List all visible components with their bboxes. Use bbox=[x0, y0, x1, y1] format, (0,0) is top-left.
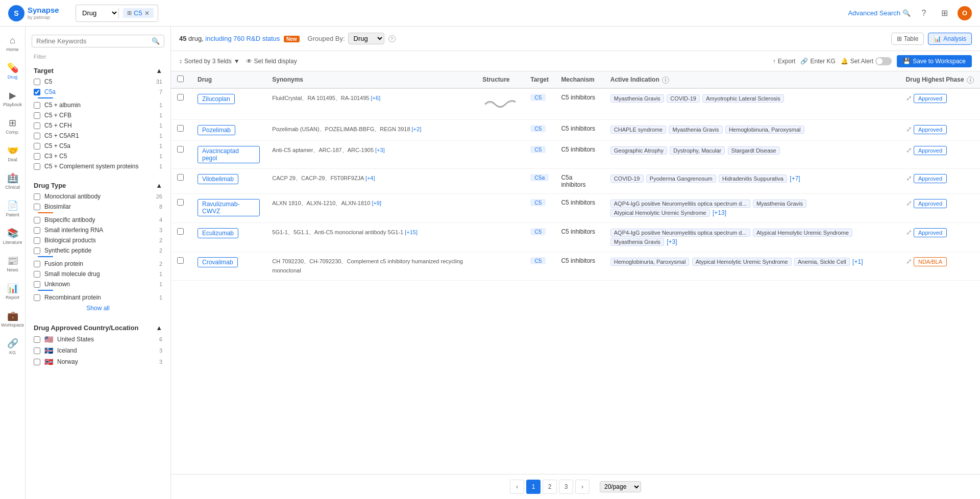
filter-drug-synthetic-checkbox[interactable] bbox=[34, 247, 40, 254]
sidebar-item-drug[interactable]: 💊 Drug bbox=[3, 58, 23, 84]
drug-link-avacincaptad[interactable]: Avacincaptad pegol bbox=[198, 146, 260, 163]
show-all-drug-types[interactable]: Show all bbox=[26, 303, 170, 314]
prev-page-button[interactable]: ‹ bbox=[510, 480, 524, 494]
sidebar-item-home[interactable]: ⌂ Home bbox=[3, 31, 23, 56]
filter-drug-type-header[interactable]: Drug Type ▲ bbox=[26, 180, 170, 191]
row-select-crovalimab[interactable] bbox=[177, 257, 184, 264]
sidebar-item-patent[interactable]: 📄 Patent bbox=[3, 196, 23, 221]
drug-link-ravulizumab[interactable]: Ravulizumab-CWVZ bbox=[198, 199, 260, 216]
filter-search-box[interactable]: 🔍 bbox=[32, 35, 164, 47]
filter-target-c5-comp-checkbox[interactable] bbox=[34, 163, 40, 170]
alert-toggle[interactable] bbox=[875, 57, 892, 65]
select-all-checkbox[interactable] bbox=[177, 76, 184, 82]
row-select-zilucoplan[interactable] bbox=[177, 94, 184, 101]
sidebar-item-clinical[interactable]: 🏥 Clinical bbox=[3, 168, 23, 194]
filter-drug-recombinant[interactable]: Recombinant protein 1 bbox=[26, 292, 170, 303]
field-display-button[interactable]: 👁 Set field display bbox=[246, 58, 297, 65]
filter-target-c5-cfh-checkbox[interactable] bbox=[34, 122, 40, 129]
indications-more-vilobelimab[interactable]: [+7] bbox=[790, 175, 800, 182]
search-type-selector[interactable]: Drug Target Disease ⊞ C5 ✕ bbox=[76, 5, 158, 22]
drug-link-crovalimab[interactable]: Crovalimab bbox=[198, 257, 238, 267]
filter-country-norway-checkbox[interactable] bbox=[34, 359, 40, 365]
filter-target-c5a[interactable]: C5a 7 bbox=[26, 87, 170, 97]
filter-drug-bispecific[interactable]: Bispecific antibody 4 bbox=[26, 215, 170, 225]
filter-country-header[interactable]: Drug Approved Country/Location ▲ bbox=[26, 322, 170, 334]
tag-close-button[interactable]: ✕ bbox=[144, 10, 150, 17]
sidebar-item-workspace[interactable]: 💼 Workspace bbox=[3, 306, 23, 332]
sidebar-item-playbook[interactable]: ▶ Playbook bbox=[3, 86, 23, 111]
indications-more-crovalimab[interactable]: [+1] bbox=[852, 258, 863, 265]
filter-target-c5-albumin[interactable]: C5 + albumin 1 bbox=[26, 100, 170, 110]
help-icon[interactable]: ? bbox=[917, 6, 931, 20]
search-type-dropdown[interactable]: Drug Target Disease bbox=[76, 9, 118, 17]
export-button[interactable]: ↑ Export bbox=[773, 58, 796, 65]
next-page-button[interactable]: › bbox=[575, 480, 590, 494]
expand-icon-zilucoplan[interactable]: ⤢ bbox=[906, 94, 912, 102]
expand-icon-eculizumab[interactable]: ⤢ bbox=[906, 228, 912, 236]
indication-info-icon[interactable]: i bbox=[662, 77, 669, 84]
set-alert-button[interactable]: 🔔 Set Alert bbox=[841, 57, 892, 65]
page-button-2[interactable]: 2 bbox=[543, 480, 557, 494]
page-button-3[interactable]: 3 bbox=[559, 480, 573, 494]
advanced-search-link[interactable]: Advanced Search 🔍 bbox=[848, 9, 911, 17]
filter-target-c5[interactable]: C5 31 bbox=[26, 77, 170, 87]
sidebar-item-kg[interactable]: 🔗 KG bbox=[3, 334, 23, 359]
filter-country-iceland-checkbox[interactable] bbox=[34, 347, 40, 354]
filter-drug-biosimilar[interactable]: Biosimilar 8 bbox=[26, 202, 170, 212]
synonyms-more-zilucoplan[interactable]: [+6] bbox=[371, 95, 381, 101]
search-tag-c5[interactable]: ⊞ C5 ✕ bbox=[123, 8, 154, 18]
expand-icon-crovalimab[interactable]: ⤢ bbox=[906, 257, 912, 265]
synonyms-more-vilobelimab[interactable]: [+4] bbox=[365, 175, 375, 181]
filter-target-c5-cfh[interactable]: C5 + CFH 1 bbox=[26, 120, 170, 131]
group-by-info-icon[interactable]: ? bbox=[388, 35, 396, 42]
filter-country-norway[interactable]: 🇳🇴 Norway 3 bbox=[26, 356, 170, 367]
page-button-1[interactable]: 1 bbox=[526, 480, 541, 494]
filter-drug-biological-checkbox[interactable] bbox=[34, 237, 40, 244]
enter-kg-button[interactable]: 🔗 Enter KG bbox=[800, 58, 835, 65]
filter-target-c3-c5[interactable]: C3 + C5 1 bbox=[26, 151, 170, 161]
save-workspace-button[interactable]: 💾 Save to Workspace bbox=[897, 55, 972, 67]
indications-more-ravulizumab[interactable]: [+13] bbox=[713, 209, 726, 216]
filter-drug-fusion[interactable]: Fusion protein 2 bbox=[26, 259, 170, 269]
filter-drug-small-mol[interactable]: Small molecule drug 1 bbox=[26, 269, 170, 279]
filter-target-c5-cfb-checkbox[interactable] bbox=[34, 112, 40, 119]
filter-target-c3-c5-checkbox[interactable] bbox=[34, 153, 40, 160]
filter-target-c5-c5ar1-checkbox[interactable] bbox=[34, 133, 40, 139]
synonyms-more-ravulizumab[interactable]: [+9] bbox=[372, 200, 381, 206]
drug-link-eculizumab[interactable]: Eculizumab bbox=[198, 228, 238, 238]
filter-target-c5-cfb[interactable]: C5 + CFB 1 bbox=[26, 110, 170, 120]
filter-target-c5-c5a[interactable]: C5 + C5a 1 bbox=[26, 141, 170, 151]
drug-link-pozelimab[interactable]: Pozelimab bbox=[198, 125, 235, 135]
filter-target-c5-c5ar1[interactable]: C5 + C5AR1 1 bbox=[26, 131, 170, 141]
group-by-select[interactable]: Drug Target bbox=[348, 33, 384, 44]
table-view-button[interactable]: ⊞ Table bbox=[891, 33, 924, 45]
row-select-vilobelimab[interactable] bbox=[177, 174, 184, 181]
filter-drug-sirna-checkbox[interactable] bbox=[34, 227, 40, 234]
filter-target-c5a-checkbox[interactable] bbox=[34, 89, 40, 95]
row-select-ravulizumab[interactable] bbox=[177, 199, 184, 206]
page-size-select[interactable]: 20/page 50/page 100/page bbox=[600, 481, 641, 492]
phase-info-icon[interactable]: i bbox=[967, 77, 974, 84]
filter-drug-recombinant-checkbox[interactable] bbox=[34, 294, 40, 301]
filter-drug-fusion-checkbox[interactable] bbox=[34, 261, 40, 267]
sidebar-item-report[interactable]: 📊 Report bbox=[3, 279, 23, 304]
filter-target-c5-c5a-checkbox[interactable] bbox=[34, 143, 40, 149]
drug-link-vilobelimab[interactable]: Vilobelimab bbox=[198, 174, 238, 184]
row-select-pozelimab[interactable] bbox=[177, 125, 184, 132]
row-select-avacincaptad[interactable] bbox=[177, 146, 184, 153]
expand-icon-pozelimab[interactable]: ⤢ bbox=[906, 125, 912, 133]
filter-target-c5-albumin-checkbox[interactable] bbox=[34, 102, 40, 109]
row-select-eculizumab[interactable] bbox=[177, 228, 184, 235]
expand-icon-ravulizumab[interactable]: ⤢ bbox=[906, 199, 912, 207]
filter-country-us[interactable]: 🇺🇸 United States 6 bbox=[26, 334, 170, 345]
sidebar-item-literature[interactable]: 📚 Literature bbox=[3, 223, 23, 249]
filter-country-iceland[interactable]: 🇮🇸 Iceland 3 bbox=[26, 345, 170, 356]
filter-target-header[interactable]: Target ▲ bbox=[26, 65, 170, 77]
filter-target-c5-comp[interactable]: C5 + Complement system proteins 1 bbox=[26, 161, 170, 171]
drug-link-zilucoplan[interactable]: Zilucoplan bbox=[198, 94, 235, 104]
filter-drug-sirna[interactable]: Small interfering RNA 3 bbox=[26, 225, 170, 235]
sidebar-item-news[interactable]: 📰 News bbox=[3, 251, 23, 277]
sort-button[interactable]: ↕ Sorted by 3 fields ▼ bbox=[179, 58, 240, 65]
filter-search-input[interactable] bbox=[36, 37, 152, 45]
analysis-view-button[interactable]: 📊 Analysis bbox=[928, 33, 972, 45]
